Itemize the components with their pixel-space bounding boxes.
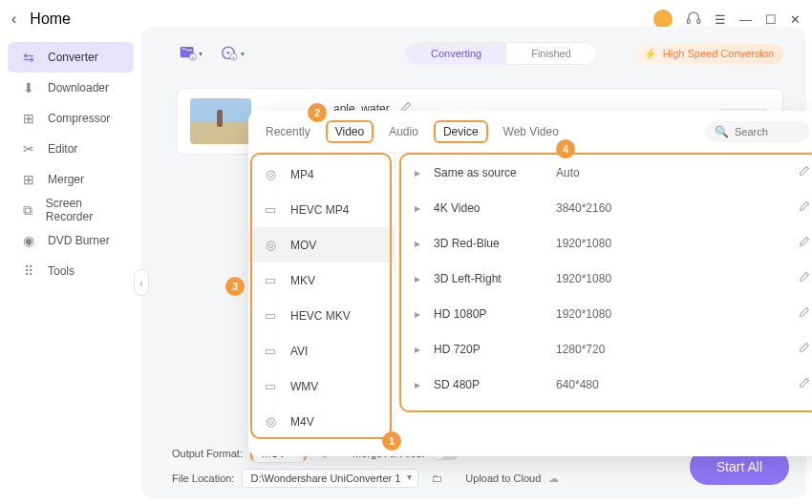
resolution-row[interactable]: ▸4K Video3840*2160 xyxy=(395,190,812,225)
tab-web-video[interactable]: Web Video xyxy=(502,120,561,143)
format-icon: ◎ xyxy=(262,238,279,253)
add-file-button[interactable]: + ▾ xyxy=(180,43,203,64)
panel-tabs: Recently Video Audio Device Web Video 🔍 xyxy=(248,111,812,153)
sidebar-item-compressor[interactable]: ⊞Compressor xyxy=(8,103,134,134)
format-mov[interactable]: ◎MOV xyxy=(248,227,395,262)
edit-resolution-icon[interactable] xyxy=(798,200,810,216)
resolution-name: Same as source xyxy=(434,166,546,179)
resolution-name: 3D Left-Right xyxy=(434,272,546,285)
cloud-icon[interactable]: ☁ xyxy=(548,472,559,485)
sidebar-item-downloader[interactable]: ⬇Downloader xyxy=(8,73,134,103)
minimize-button[interactable]: — xyxy=(739,12,752,27)
video-icon: ▸ xyxy=(411,343,424,356)
badge-4: 4 xyxy=(556,139,575,158)
resolution-row[interactable]: ▸HD 720P1280*720 xyxy=(395,331,812,367)
tab-finished[interactable]: Finished xyxy=(506,43,596,64)
close-button[interactable]: ✕ xyxy=(790,12,801,27)
format-hevc-mkv[interactable]: ▭HEVC MKV xyxy=(248,298,395,333)
merger-icon: ⊞ xyxy=(21,172,36,187)
format-icon: ◎ xyxy=(262,167,279,182)
file-location-label: File Location: xyxy=(172,472,234,484)
format-wmv[interactable]: ▭WMV xyxy=(248,368,395,404)
format-label: HEVC MP4 xyxy=(290,203,349,217)
collapse-sidebar-button[interactable]: ‹ xyxy=(134,269,149,296)
search-input[interactable] xyxy=(735,126,811,137)
screen-recorder-icon: ⧉ xyxy=(21,202,34,218)
format-list: ◎MP4 ▭HEVC MP4 ◎MOV ▭MKV ▭HEVC MKV ▭AVI … xyxy=(248,153,395,456)
edit-resolution-icon[interactable] xyxy=(798,342,810,357)
titlebar-home[interactable]: Home xyxy=(30,10,71,28)
sidebar-item-editor[interactable]: ✂Editor xyxy=(8,134,134,164)
bolt-icon: ⚡ xyxy=(644,48,657,60)
downloader-icon: ⬇ xyxy=(21,80,36,95)
svg-rect-0 xyxy=(687,19,690,23)
tab-video[interactable]: Video xyxy=(326,120,374,143)
video-icon: ▸ xyxy=(411,166,424,179)
format-hevc-mp4[interactable]: ▭HEVC MP4 xyxy=(248,192,395,227)
resolution-size: 1920*1080 xyxy=(556,307,671,321)
svg-point-6 xyxy=(227,52,230,54)
video-icon: ▸ xyxy=(411,307,424,321)
sidebar-item-dvd-burner[interactable]: ◉DVD Burner xyxy=(8,225,134,256)
resolution-row[interactable]: ▸SD 480P640*480 xyxy=(395,367,812,402)
main-area: ‹ + ▾ + ▾ Converting Finished ⚡ High Spe… xyxy=(141,27,806,498)
resolution-name: HD 1080P xyxy=(434,307,546,321)
sidebar: ⇆Converter ⬇Downloader ⊞Compressor ✂Edit… xyxy=(0,38,141,496)
back-arrow-icon[interactable]: ‹ xyxy=(11,10,16,28)
compressor-icon: ⊞ xyxy=(21,111,36,126)
format-label: WMV xyxy=(290,380,318,393)
format-label: MKV xyxy=(290,274,315,287)
file-location-select[interactable]: D:\Wondershare UniConverter 1 xyxy=(242,469,418,488)
edit-resolution-icon[interactable] xyxy=(798,271,810,286)
format-mkv[interactable]: ▭MKV xyxy=(248,262,395,298)
converter-icon: ⇆ xyxy=(21,50,36,65)
format-avi[interactable]: ▭AVI xyxy=(248,333,395,368)
resolution-row[interactable]: ▸3D Left-Right1920*1080 xyxy=(395,261,812,296)
sidebar-label: Editor xyxy=(48,142,77,156)
tab-converting[interactable]: Converting xyxy=(406,43,506,64)
format-icon: ▭ xyxy=(262,379,279,394)
edit-resolution-icon[interactable] xyxy=(798,306,810,322)
sidebar-label: Merger xyxy=(48,173,84,186)
sidebar-label: Tools xyxy=(48,264,75,278)
edit-resolution-icon[interactable] xyxy=(798,377,810,392)
dvd-burner-icon: ◉ xyxy=(21,233,36,248)
maximize-button[interactable]: ☐ xyxy=(765,12,777,27)
sidebar-label: DVD Burner xyxy=(48,234,110,247)
resolution-size: 1920*1080 xyxy=(556,272,671,285)
format-panel: Recently Video Audio Device Web Video 🔍 … xyxy=(248,111,812,456)
hsc-label: High Speed Conversion xyxy=(663,48,774,59)
folder-icon[interactable]: 🗀 xyxy=(432,472,442,484)
badge-1: 1 xyxy=(382,431,401,451)
sidebar-item-merger[interactable]: ⊞Merger xyxy=(8,164,134,195)
sidebar-item-converter[interactable]: ⇆Converter xyxy=(8,42,134,73)
resolution-name: 4K Video xyxy=(434,201,546,215)
menu-icon[interactable]: ☰ xyxy=(715,12,726,27)
resolution-list: ▸Same as sourceAuto ▸4K Video3840*2160 ▸… xyxy=(395,153,812,456)
resolution-name: 3D Red-Blue xyxy=(434,237,546,250)
svg-rect-1 xyxy=(697,19,700,23)
resolution-size: Auto xyxy=(556,166,671,179)
add-dvd-button[interactable]: + ▾ xyxy=(222,43,245,64)
resolution-row[interactable]: ▸3D Red-Blue1920*1080 xyxy=(395,225,812,261)
avatar[interactable] xyxy=(653,10,673,29)
video-thumbnail[interactable] xyxy=(190,98,251,144)
headset-icon[interactable] xyxy=(686,10,701,29)
resolution-size: 1280*720 xyxy=(556,343,671,356)
sidebar-item-tools[interactable]: ⠿Tools xyxy=(8,256,134,286)
format-m4v[interactable]: ◎M4V xyxy=(248,404,395,439)
tab-audio[interactable]: Audio xyxy=(387,120,420,143)
resolution-row[interactable]: ▸Same as sourceAuto xyxy=(395,155,812,190)
chevron-down-icon: ▾ xyxy=(241,50,245,58)
tab-device[interactable]: Device xyxy=(434,120,488,143)
format-mp4[interactable]: ◎MP4 xyxy=(248,157,395,192)
sidebar-item-screen-recorder[interactable]: ⧉Screen Recorder xyxy=(8,195,134,225)
edit-resolution-icon[interactable] xyxy=(798,236,810,251)
format-label: M4V xyxy=(290,415,314,429)
resolution-size: 1920*1080 xyxy=(556,237,671,250)
tab-recently[interactable]: Recently xyxy=(264,120,312,143)
high-speed-conversion[interactable]: ⚡ High Speed Conversion xyxy=(634,44,783,64)
resolution-size: 3840*2160 xyxy=(556,201,671,215)
edit-resolution-icon[interactable] xyxy=(798,165,810,180)
resolution-row[interactable]: ▸HD 1080P1920*1080 xyxy=(395,296,812,331)
